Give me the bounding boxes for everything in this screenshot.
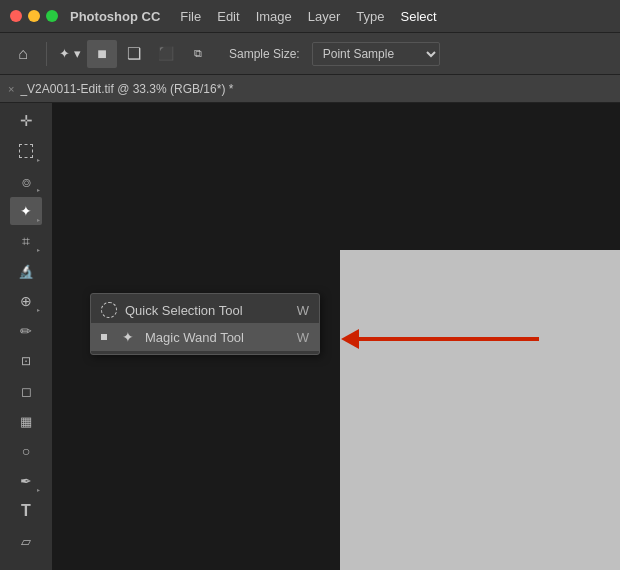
context-menu-quick-selection[interactable]: Quick Selection Tool W — [91, 297, 319, 323]
quick-selection-shortcut: W — [297, 303, 309, 318]
clip-btn[interactable]: ⧉ — [183, 40, 213, 68]
clip-icon: ⧉ — [194, 47, 202, 60]
gradient-icon: ▦ — [20, 414, 32, 429]
paste-icon: ⬛ — [158, 46, 174, 61]
red-arrow — [342, 329, 539, 349]
text-icon: T — [21, 502, 31, 520]
tab-title: _V2A0011-Edit.tif @ 33.3% (RGB/16*) * — [20, 82, 233, 96]
copy-btn[interactable]: ❑ — [119, 40, 149, 68]
magic-wand-menu-icon: ✦ — [119, 328, 137, 346]
magic-wand-shortcut: W — [297, 330, 309, 345]
sample-size-label: Sample Size: — [229, 47, 300, 61]
context-menu: Quick Selection Tool W ✦ Magic Wand Tool… — [90, 293, 320, 355]
tool-marquee[interactable]: ▸ — [10, 137, 42, 165]
options-toolbar: ⌂ ✦ ▾ ■ ❑ ⬛ ⧉ Sample Size: Point Sample … — [0, 33, 620, 75]
eyedropper-icon: 🔬 — [18, 264, 34, 279]
arrow-head — [341, 329, 359, 349]
lasso-arrow: ▸ — [37, 186, 40, 193]
magic-wand-icon: ✦ — [20, 203, 32, 219]
tool-shape[interactable]: ▱ — [10, 527, 42, 555]
selected-indicator — [101, 334, 107, 340]
menu-layer[interactable]: Layer — [308, 9, 341, 24]
close-button[interactable] — [10, 10, 22, 22]
app-title: Photoshop CC — [70, 9, 160, 24]
rect-icon: ■ — [97, 45, 107, 63]
marquee-arrow: ▸ — [37, 156, 40, 163]
tool-text[interactable]: T — [10, 497, 42, 525]
tab-bar: × _V2A0011-Edit.tif @ 33.3% (RGB/16*) * — [0, 75, 620, 103]
brush-icon: ✏ — [20, 323, 32, 339]
minimize-button[interactable] — [28, 10, 40, 22]
pen-icon: ✒ — [20, 473, 32, 489]
context-menu-magic-wand[interactable]: ✦ Magic Wand Tool W — [91, 323, 319, 351]
tool-pen[interactable]: ✒ ▸ — [10, 467, 42, 495]
menu-select[interactable]: Select — [400, 9, 436, 24]
tool-move[interactable]: ✛ — [10, 107, 42, 135]
heal-icon: ⊕ — [20, 293, 32, 309]
stamp-icon: ⊡ — [21, 354, 31, 368]
rect-btn[interactable]: ■ — [87, 40, 117, 68]
pen-arrow: ▸ — [37, 486, 40, 493]
tool-brush[interactable]: ✏ — [10, 317, 42, 345]
left-toolbar: ✛ ▸ ⌾ ▸ ✦ ▸ ⌗ ▸ 🔬 ⊕ ▸ — [0, 103, 52, 570]
tool-lasso[interactable]: ⌾ ▸ — [10, 167, 42, 195]
magic-icon: ✦ ▾ — [59, 46, 81, 61]
tool-gradient[interactable]: ▦ — [10, 407, 42, 435]
quick-selection-icon — [101, 302, 117, 318]
menu-bar: Photoshop CC File Edit Image Layer Type … — [0, 0, 620, 33]
dodge-icon: ○ — [22, 443, 30, 459]
menu-image[interactable]: Image — [256, 9, 292, 24]
main-area: ✛ ▸ ⌾ ▸ ✦ ▸ ⌗ ▸ 🔬 ⊕ ▸ — [0, 103, 620, 570]
magic-tool-btn[interactable]: ✦ ▾ — [55, 40, 85, 68]
lasso-icon: ⌾ — [22, 173, 31, 190]
canvas-area: Quick Selection Tool W ✦ Magic Wand Tool… — [52, 103, 620, 570]
tool-stamp[interactable]: ⊡ — [10, 347, 42, 375]
magic-wand-arrow: ▸ — [37, 216, 40, 223]
tool-magic-wand[interactable]: ✦ ▸ — [10, 197, 42, 225]
menu-items: File Edit Image Layer Type Select — [180, 9, 436, 24]
arrow-line — [359, 337, 539, 341]
tool-heal[interactable]: ⊕ ▸ — [10, 287, 42, 315]
tool-dodge[interactable]: ○ — [10, 437, 42, 465]
home-button[interactable]: ⌂ — [8, 40, 38, 68]
tool-crop[interactable]: ⌗ ▸ — [10, 227, 42, 255]
canvas-content — [340, 250, 620, 570]
tool-eyedropper[interactable]: 🔬 — [10, 257, 42, 285]
crop-icon: ⌗ — [22, 233, 30, 250]
marquee-icon — [19, 144, 33, 158]
tab-close-button[interactable]: × — [8, 83, 14, 95]
home-icon: ⌂ — [18, 45, 28, 63]
toolbar-divider-1 — [46, 42, 47, 66]
paste-btn[interactable]: ⬛ — [151, 40, 181, 68]
quick-selection-label: Quick Selection Tool — [125, 303, 289, 318]
eraser-icon: ◻ — [21, 384, 32, 399]
tool-options-group: ✦ ▾ ■ ❑ ⬛ ⧉ — [55, 40, 213, 68]
menu-file[interactable]: File — [180, 9, 201, 24]
sample-size-select[interactable]: Point Sample 3 by 3 Average 5 by 5 Avera… — [312, 42, 440, 66]
crop-arrow: ▸ — [37, 246, 40, 253]
magic-wand-label: Magic Wand Tool — [145, 330, 289, 345]
shape-icon: ▱ — [21, 534, 31, 549]
copy-icon: ❑ — [127, 44, 141, 63]
heal-arrow: ▸ — [37, 306, 40, 313]
maximize-button[interactable] — [46, 10, 58, 22]
move-icon: ✛ — [20, 112, 33, 130]
tool-eraser[interactable]: ◻ — [10, 377, 42, 405]
menu-type[interactable]: Type — [356, 9, 384, 24]
window-controls — [10, 10, 58, 22]
menu-edit[interactable]: Edit — [217, 9, 239, 24]
